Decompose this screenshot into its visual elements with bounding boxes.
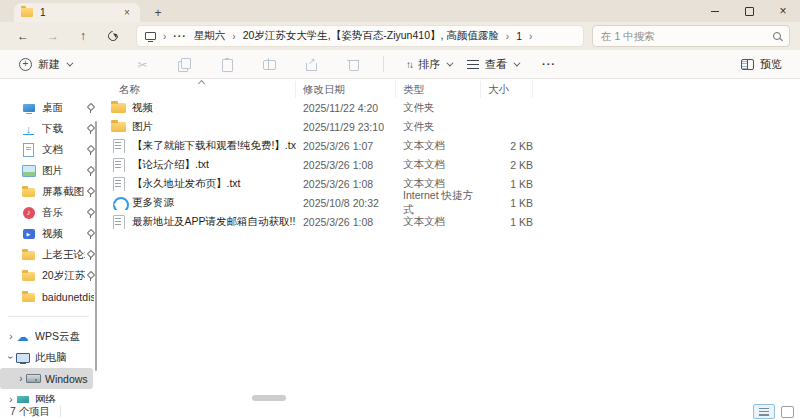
chevron-right-icon[interactable] [16, 373, 26, 384]
chevron-down-icon[interactable] [6, 352, 16, 363]
minimize-button[interactable] [698, 0, 732, 22]
refresh-button[interactable] [100, 25, 126, 47]
details-view-button[interactable] [753, 404, 775, 419]
text-file-icon [111, 177, 126, 190]
table-row[interactable]: 【来了就能下载和观看!纯免费!】.txt 2025/3/26 1:07 文本文档… [99, 136, 800, 155]
desktop-icon [22, 101, 35, 114]
table-row[interactable]: 最新地址及APP请发邮箱自动获取!!!.txt 2025/3/26 1:08 文… [99, 212, 800, 231]
sidebar-divider [8, 316, 89, 317]
folder-icon [21, 8, 33, 17]
this-pc-icon [145, 32, 156, 40]
pin-icon [85, 229, 94, 239]
text-file-icon [111, 215, 126, 228]
search-box [592, 25, 790, 47]
sort-label: 排序 [418, 57, 440, 72]
icons-view-button[interactable] [781, 406, 794, 418]
text-file-icon [111, 139, 126, 152]
back-button[interactable]: ← [10, 25, 36, 47]
status-divider [60, 406, 61, 417]
table-row[interactable]: 更多资源 2025/10/8 20:32 Internet 快捷方式 1 KB [99, 193, 800, 212]
explorer-tab[interactable]: 1 [14, 3, 140, 22]
table-row[interactable]: 视频 2025/11/22 4:20 文件夹 [99, 98, 800, 117]
folder-icon [111, 120, 126, 133]
window-controls [698, 0, 800, 22]
horizontal-scrollbar[interactable] [252, 395, 286, 401]
tab-bar: 1 [0, 0, 800, 22]
sidebar-scrollbar[interactable] [95, 121, 97, 371]
tab-title: 1 [40, 7, 46, 18]
pin-icon [85, 250, 94, 260]
up-button[interactable]: ↑ [70, 25, 96, 47]
preview-label: 预览 [760, 57, 782, 72]
breadcrumb-item[interactable]: 1 [516, 30, 522, 42]
this-pc-icon [16, 351, 29, 364]
view-button[interactable]: 查看 [459, 54, 526, 75]
restore-button[interactable] [732, 0, 766, 22]
explorer-body: 桌面 下载 文档 图片 屏幕截图 [0, 79, 800, 403]
table-row[interactable]: 图片 2025/11/29 23:10 文件夹 [99, 117, 800, 136]
sidebar-item-downloads[interactable]: 下载 [0, 118, 99, 139]
rename-icon[interactable] [262, 58, 275, 71]
paste-icon[interactable] [220, 58, 233, 71]
breadcrumb-overflow-button[interactable] [173, 30, 187, 42]
column-header-date[interactable]: 修改日期 [296, 81, 396, 98]
downloads-icon [22, 122, 35, 135]
navigation-pane: 桌面 下载 文档 图片 屏幕截图 [0, 79, 99, 403]
address-bar: ← → ↑ 星期六 20岁江苏女大学生,【姿势百态-Ziyun410】, 高颜值… [0, 22, 800, 50]
chevron-right-icon[interactable] [6, 331, 16, 342]
preview-button[interactable]: 预览 [735, 54, 788, 75]
pin-icon [85, 103, 94, 113]
breadcrumb-item[interactable]: 星期六 [194, 29, 226, 43]
sidebar-item-screenshots[interactable]: 屏幕截图 [0, 181, 99, 202]
new-tab-button[interactable] [146, 3, 170, 22]
sidebar-item-desktop[interactable]: 桌面 [0, 97, 99, 118]
share-icon[interactable] [304, 58, 317, 71]
close-window-button[interactable] [766, 0, 800, 22]
preview-pane-icon [741, 59, 754, 70]
search-input[interactable] [601, 30, 773, 42]
column-header-type[interactable]: 类型 [396, 81, 481, 98]
copy-icon[interactable] [178, 58, 191, 71]
chevron-right-icon [163, 31, 166, 42]
delete-icon[interactable] [346, 58, 359, 71]
column-header-size[interactable]: 大小 [481, 81, 533, 98]
more-options-button[interactable] [534, 55, 564, 73]
sidebar-item-documents[interactable]: 文档 [0, 139, 99, 160]
view-icon [467, 60, 479, 69]
drive-icon [26, 372, 39, 385]
sidebar-item-folder[interactable]: baidunetdiskdo [0, 286, 99, 307]
chevron-right-icon [506, 31, 509, 42]
sidebar-item-folder[interactable]: 20岁江苏女大 [0, 265, 99, 286]
forward-button[interactable]: → [40, 25, 66, 47]
sidebar-item-videos[interactable]: 视频 [0, 223, 99, 244]
videos-icon [22, 227, 35, 240]
close-tab-icon[interactable] [121, 7, 133, 19]
sidebar-item-folder[interactable]: 上老王论坛当 [0, 244, 99, 265]
chevron-down-icon [66, 59, 73, 66]
pin-icon [85, 145, 94, 155]
sidebar-item-pictures[interactable]: 图片 [0, 160, 99, 181]
sidebar-item-windows-ssd[interactable]: Windows-SSD [0, 368, 93, 389]
new-label: 新建 [38, 57, 60, 72]
command-toolbar: 新建 排序 查看 预览 [0, 50, 800, 79]
file-explorer-window: 1 ← → ↑ 星期六 20岁江苏女大学生,【姿势百态-Ziyun410】, 高… [0, 0, 800, 420]
view-label: 查看 [485, 57, 507, 72]
pin-icon [85, 166, 94, 176]
new-button[interactable]: 新建 [12, 54, 78, 75]
sort-button[interactable]: 排序 [398, 54, 459, 75]
chevron-down-icon [446, 59, 453, 66]
sort-ascending-icon [198, 80, 205, 87]
cut-icon[interactable] [136, 58, 149, 71]
breadcrumb[interactable]: 星期六 20岁江苏女大学生,【姿势百态-Ziyun410】, 高颜值露脸 1 [136, 25, 584, 47]
sidebar-item-this-pc[interactable]: 此电脑 [0, 347, 99, 368]
pin-icon [85, 208, 94, 218]
chevron-right-icon [232, 31, 235, 42]
breadcrumb-item[interactable]: 20岁江苏女大学生,【姿势百态-Ziyun410】, 高颜值露脸 [243, 29, 499, 43]
sort-icon [406, 59, 412, 70]
pictures-icon [22, 164, 35, 177]
more-icon [542, 58, 556, 70]
sidebar-item-music[interactable]: 音乐 [0, 202, 99, 223]
table-row[interactable]: 【论坛介绍】.txt 2025/3/26 1:08 文本文档 2 KB [99, 155, 800, 174]
column-header-name[interactable]: 名称 [111, 81, 296, 98]
sidebar-item-wps-cloud[interactable]: WPS云盘 [0, 326, 99, 347]
